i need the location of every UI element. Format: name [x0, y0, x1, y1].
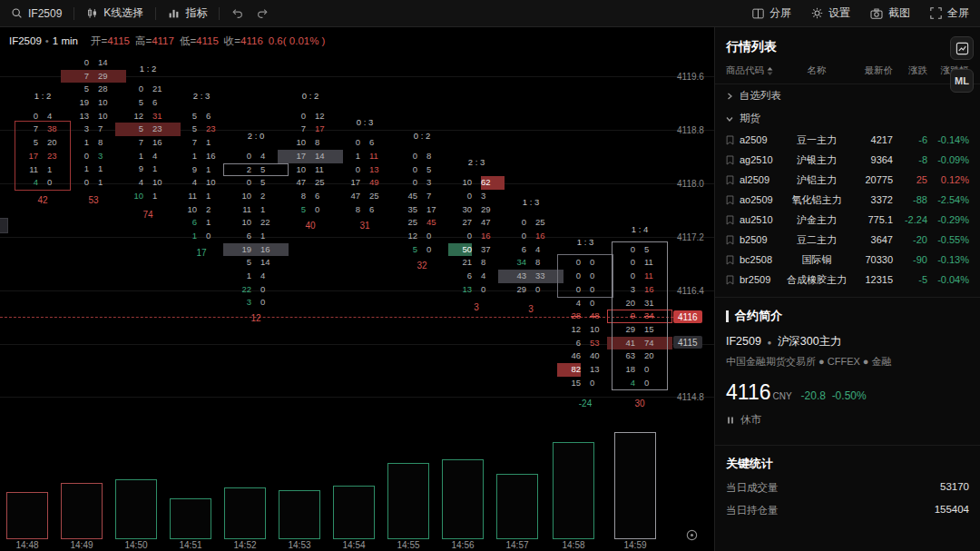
price-label: 4117.2 [677, 232, 704, 242]
indicators-label: 指标 [185, 5, 207, 21]
watchlist-row[interactable]: au2510沪金主力775.1-2.24-0.29% [715, 210, 980, 230]
volume-bar [61, 483, 103, 539]
bookmark-icon [726, 215, 740, 225]
bid-volume: 9 [120, 162, 143, 176]
symbol-search-button[interactable]: IF2509 [11, 7, 62, 20]
low-value: 4115 [196, 35, 219, 46]
indicators-button[interactable]: 指标 [168, 5, 207, 21]
bid-volume: 5 [282, 203, 306, 217]
group-futures[interactable]: 期货 [715, 107, 980, 130]
bid-volume: 1 [173, 230, 197, 243]
bid-volume: 34 [503, 256, 526, 270]
bid-volume: 6 [557, 337, 581, 350]
column-last-price[interactable]: 最新价 [849, 64, 893, 77]
time-label: 14:50 [121, 540, 152, 550]
footprint-row: 86 [332, 203, 397, 217]
settings-button[interactable]: 设置 [811, 5, 850, 21]
toolbar-divider [74, 7, 74, 20]
time-label: 14:49 [66, 540, 97, 550]
undo-button[interactable] [231, 7, 244, 19]
symbol-search-label: IF2509 [28, 7, 62, 20]
imbalance-ratio: 0 : 3 [332, 117, 397, 127]
column-code[interactable]: 商品代码 [726, 64, 784, 77]
footprint-chart[interactable]: IF2509•1 min开=4115高=4117低=4115收=41160.6(… [0, 0, 714, 551]
imbalance-ratio: 2 : 3 [169, 91, 234, 101]
time-label: 14:58 [558, 540, 589, 550]
bookmark-icon [726, 235, 740, 245]
chart-snapshot-button[interactable] [950, 36, 974, 60]
watchlist-row[interactable]: al2509沪铝主力20775250.12% [715, 170, 980, 190]
bid-volume: 0 [228, 150, 251, 163]
bid-volume: 25 [394, 216, 417, 230]
ask-volume: 16 [260, 243, 284, 257]
price-change: -2.24 [893, 214, 927, 225]
bid-volume: 0 [394, 150, 417, 163]
instrument-name: 沪银主力 [784, 153, 849, 167]
split-screen-button[interactable]: 分屏 [752, 5, 791, 21]
ask-volume: 14 [260, 256, 284, 270]
chart-legend: IF2509•1 min开=4115高=4117低=4115收=41160.6(… [9, 34, 325, 48]
bid-volume: 7 [282, 123, 306, 136]
bid-volume: 0 [282, 110, 306, 123]
bid-volume: 10 [282, 163, 306, 177]
screenshot-label: 截图 [888, 5, 910, 21]
bid-volume: 0 [448, 190, 472, 203]
bid-volume: 0 [65, 176, 89, 190]
close-label: 收= [224, 35, 240, 46]
bid-volume: 9 [173, 163, 197, 177]
left-edge-tab[interactable] [0, 218, 8, 233]
kline-select-label: K线选择 [103, 5, 143, 21]
price-change: -20 [893, 234, 927, 245]
bid-volume: 7 [65, 70, 89, 84]
crosshair-button[interactable] [685, 528, 699, 546]
instrument-code: ao2509 [740, 194, 784, 205]
bid-volume: 27 [448, 216, 472, 230]
column-change[interactable]: 涨跌 [893, 64, 927, 77]
price-change: -88 [893, 194, 927, 205]
price-change: -8 [893, 154, 927, 165]
instrument-code: al2509 [740, 174, 784, 185]
bid-volume: 5 [65, 83, 89, 96]
kline-select-button[interactable]: K线选择 [86, 5, 143, 21]
watchlist-row[interactable]: bc2508国际铜70330-90-0.13% [715, 250, 980, 270]
price-change-pct: -0.04% [927, 274, 969, 285]
watchlist-row[interactable]: ag2510沪银主力9364-8-0.09% [715, 150, 980, 170]
stat-open-interest: 当日持仓量 155404 [726, 504, 969, 517]
time-label: 14:53 [284, 540, 315, 550]
contract-last-price: 4116 [726, 380, 770, 405]
watchlist-row[interactable]: ao2509氧化铝主力3372-88-2.54% [715, 190, 980, 210]
stat-volume: 当日成交量 53170 [726, 481, 969, 495]
key-stats-section: 关键统计 当日成交量 53170 当日持仓量 155404 [715, 445, 980, 528]
fullscreen-button[interactable]: 全屏 [930, 5, 969, 21]
ml-button[interactable]: ML [950, 69, 974, 93]
volume-bar [496, 474, 538, 539]
footprint-row: 220 [223, 283, 289, 297]
bid-volume: 0 [120, 83, 143, 96]
bid-volume: 0 [394, 176, 417, 190]
bid-volume: 13 [448, 283, 472, 297]
last-price: 3647 [849, 234, 893, 245]
column-outline [612, 241, 668, 391]
watchlist-row[interactable]: br2509合成橡胶主力12315-5-0.04% [715, 270, 980, 290]
footprint-row: 1916 [223, 243, 289, 257]
currency-label: CNY [772, 391, 791, 401]
bid-volume: 5 [228, 256, 251, 270]
instrument-name: 氧化铝主力 [784, 193, 849, 207]
bid-volume: 4 [173, 176, 197, 190]
group-watchlist[interactable]: 自选列表 [715, 84, 980, 107]
watchlist-row[interactable]: a2509豆一主力4217-6-0.14% [715, 130, 980, 150]
column-name[interactable]: 名称 [784, 64, 849, 77]
bid-volume: 8 [337, 203, 360, 217]
bullet-separator: ● [767, 339, 771, 347]
price-change: 25 [893, 174, 927, 185]
watchlist-row[interactable]: b2509豆二主力3647-20-0.55% [715, 230, 980, 250]
group-label: 自选列表 [740, 89, 781, 103]
screenshot-button[interactable]: 截图 [870, 5, 910, 21]
bid-volume: 3 [65, 123, 89, 136]
bid-volume: 10 [173, 203, 197, 217]
last-price: 9364 [849, 154, 893, 165]
redo-button[interactable] [256, 7, 269, 19]
instrument-code: bc2508 [740, 254, 784, 265]
time-label: 14:55 [393, 540, 424, 550]
close-value: 4116 [240, 35, 263, 46]
